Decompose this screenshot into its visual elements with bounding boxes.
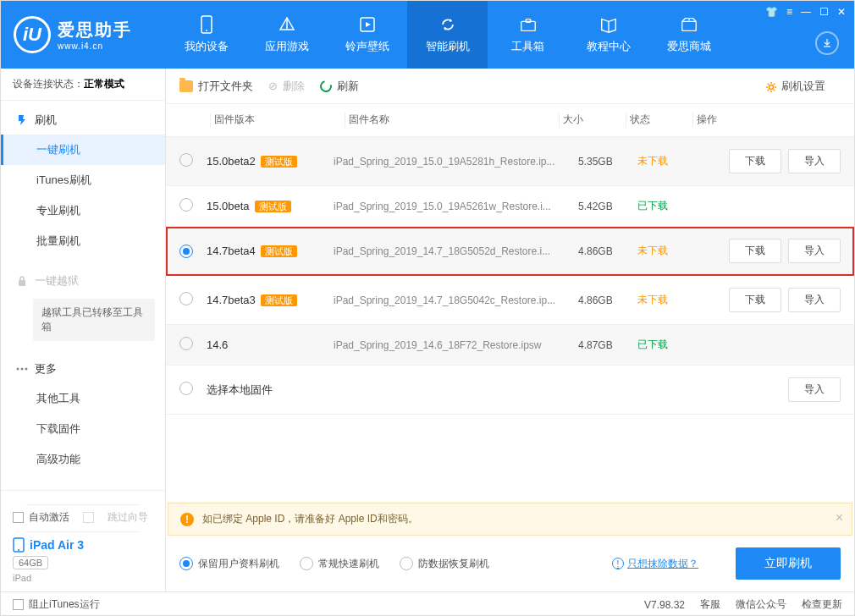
firmware-row[interactable]: 15.0beta测试版iPad_Spring_2019_15.0_19A5261… [166, 186, 854, 227]
delete-button: ⊘ 删除 [268, 79, 305, 94]
erase-data-link[interactable]: ! 只想抹除数据？ [612, 557, 698, 571]
wechat-link[interactable]: 微信公众号 [736, 597, 786, 612]
row-action-button[interactable]: 导入 [788, 239, 841, 263]
row-status: 已下载 [637, 338, 697, 352]
warning-icon: ! [180, 513, 194, 526]
maximize-icon[interactable]: ☐ [819, 6, 829, 18]
row-version: 15.0beta2 [207, 155, 256, 168]
nav-3[interactable]: 智能刷机 [407, 1, 488, 69]
row-filename: iPad_Spring_2019_15.0_19A5281h_Restore.i… [334, 156, 578, 168]
alert-close-icon[interactable]: × [836, 510, 843, 525]
th-ops: 操作 [697, 113, 841, 128]
row-action-button[interactable]: 下载 [729, 149, 781, 173]
svg-rect-9 [19, 280, 25, 286]
row-action-button[interactable]: 下载 [729, 239, 781, 263]
menu-icon[interactable]: ≡ [786, 6, 792, 18]
sidebar-more-1[interactable]: 下载固件 [1, 414, 165, 444]
firmware-row[interactable]: 14.7beta3测试版iPad_Spring_2019_14.7_18G504… [166, 276, 854, 325]
beta-badge: 测试版 [261, 245, 297, 257]
row-action-button[interactable]: 下载 [729, 288, 781, 312]
firmware-row[interactable]: 15.0beta2测试版iPad_Spring_2019_15.0_19A528… [166, 137, 854, 186]
check-update-link[interactable]: 检查更新 [802, 597, 842, 612]
nav-0[interactable]: 我的设备 [166, 1, 246, 69]
nav-icon-3 [439, 15, 457, 34]
nav-5[interactable]: 教程中心 [568, 1, 648, 69]
sidebar-flash-3[interactable]: 批量刷机 [1, 226, 165, 256]
th-version: 固件版本 [214, 113, 341, 128]
beta-badge: 测试版 [261, 156, 297, 168]
download-circle-icon[interactable] [815, 31, 839, 55]
row-action-button[interactable]: 导入 [788, 377, 841, 402]
row-action-button[interactable]: 导入 [788, 149, 841, 173]
row-version: 14.7beta3 [207, 294, 256, 306]
skip-guide-checkbox[interactable] [83, 512, 94, 523]
flash-now-button[interactable]: 立即刷机 [736, 547, 841, 580]
row-filename: iPad_Spring_2019_14.6_18F72_Restore.ipsw [334, 339, 578, 351]
option-quick-flash[interactable]: 常规快速刷机 [300, 557, 379, 571]
row-filename: iPad_Spring_2019_15.0_19A5261w_Restore.i… [334, 201, 578, 212]
row-status: 未下载 [637, 244, 697, 258]
sidebar-jailbreak-note: 越狱工具已转移至工具箱 [33, 299, 155, 341]
row-status: 已下载 [637, 199, 697, 213]
gear-icon [764, 80, 776, 92]
row-version: 14.7beta4 [207, 245, 256, 257]
sidebar-flash-0[interactable]: 一键刷机 [1, 135, 165, 165]
row-radio[interactable] [179, 153, 193, 167]
row-size: 4.86GB [578, 294, 637, 306]
row-size: 4.86GB [578, 245, 637, 257]
nav-2[interactable]: 铃声壁纸 [327, 1, 407, 69]
row-size: 4.87GB [578, 339, 637, 351]
row-radio[interactable] [179, 198, 193, 212]
svg-point-1 [206, 30, 207, 31]
sidebar-flash-2[interactable]: 专业刷机 [1, 195, 165, 226]
sidebar-flash-1[interactable]: iTunes刷机 [1, 165, 165, 195]
row-radio[interactable] [179, 292, 193, 305]
svg-rect-5 [526, 19, 531, 23]
nav-6[interactable]: 爱思商城 [648, 1, 729, 69]
delete-icon: ⊘ [268, 80, 278, 92]
open-folder-button[interactable]: 打开文件夹 [179, 79, 253, 94]
row-radio[interactable] [179, 337, 193, 350]
firmware-row[interactable]: 14.7beta4测试版iPad_Spring_2019_14.7_18G505… [166, 227, 854, 276]
minimize-icon[interactable]: — [801, 6, 811, 18]
block-itunes-checkbox[interactable] [13, 599, 24, 610]
row-filename: iPad_Spring_2019_14.7_18G5042c_Restore.i… [334, 294, 578, 306]
skip-guide-label: 跳过向导 [108, 510, 148, 525]
option-anti-recovery[interactable]: 防数据恢复刷机 [400, 557, 489, 571]
row-version: 15.0beta [207, 200, 250, 212]
row-action-button[interactable]: 导入 [788, 288, 841, 312]
close-icon[interactable]: ✕ [837, 6, 846, 18]
row-status: 未下载 [637, 293, 697, 307]
firmware-row[interactable]: 选择本地固件导入 [166, 366, 854, 415]
refresh-icon [317, 78, 334, 94]
row-radio[interactable] [179, 245, 193, 258]
row-radio[interactable] [179, 382, 193, 395]
nav-4[interactable]: 工具箱 [488, 1, 568, 69]
more-icon [16, 363, 28, 375]
flash-settings-button[interactable]: 刷机设置 [764, 79, 825, 94]
option-keep-data[interactable]: 保留用户资料刷机 [179, 557, 279, 571]
svg-rect-4 [521, 21, 535, 30]
nav-1[interactable]: 应用游戏 [246, 1, 327, 69]
device-model: iPad [13, 573, 153, 583]
svg-point-12 [25, 368, 28, 371]
brand-sub: www.i4.cn [58, 41, 132, 51]
sidebar-more-0[interactable]: 其他工具 [1, 383, 165, 414]
svg-point-15 [770, 85, 774, 89]
sidebar-head-more[interactable]: 更多 [1, 355, 165, 383]
device-name[interactable]: iPad Air 3 [13, 537, 153, 553]
logo-icon: iU [14, 16, 51, 53]
info-icon: ! [612, 558, 624, 569]
sidebar-head-flash[interactable]: 刷机 [1, 106, 165, 135]
refresh-button[interactable]: 刷新 [320, 79, 359, 94]
beta-badge: 测试版 [255, 201, 291, 212]
flash-icon [16, 114, 28, 126]
sidebar-more-2[interactable]: 高级功能 [1, 444, 165, 475]
auto-activate-checkbox[interactable] [13, 512, 24, 523]
shirt-icon[interactable]: 👕 [765, 6, 778, 18]
th-size: 大小 [563, 113, 622, 128]
customer-service-link[interactable]: 客服 [700, 597, 720, 612]
row-filename: iPad_Spring_2019_14.7_18G5052d_Restore.i… [334, 245, 578, 257]
firmware-row[interactable]: 14.6iPad_Spring_2019_14.6_18F72_Restore.… [166, 325, 854, 366]
apple-id-alert: ! 如已绑定 Apple ID，请准备好 Apple ID和密码。 × [168, 503, 852, 536]
